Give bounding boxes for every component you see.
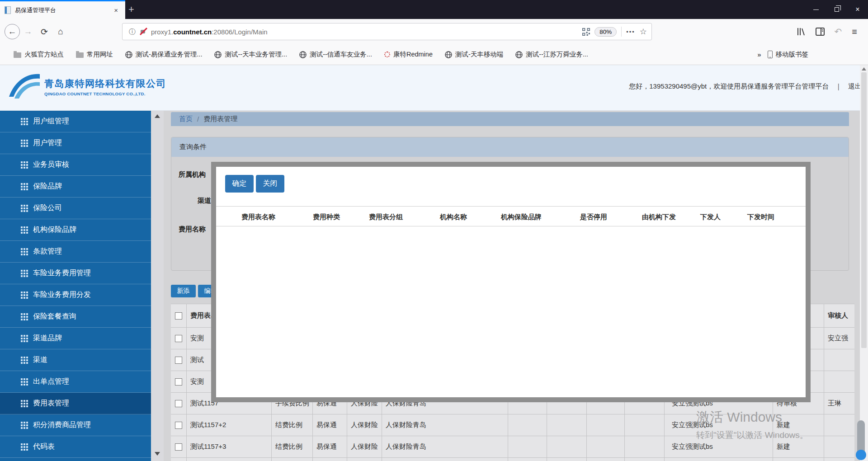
bookmark-star-icon[interactable]: ☆ xyxy=(640,27,647,37)
row-checkbox[interactable] xyxy=(175,378,182,386)
window-restore-button[interactable] xyxy=(826,0,847,19)
sidebar-item-code-table[interactable]: 代码表 xyxy=(0,436,151,458)
bookmark-label: 测试-易保通业务管理... xyxy=(136,50,202,59)
dialog-col-issuer: 下发人 xyxy=(700,207,721,227)
confirm-button[interactable]: 确定 xyxy=(225,175,254,193)
row-checkbox[interactable] xyxy=(175,443,182,451)
qr-code-icon[interactable] xyxy=(582,28,590,36)
mobile-bookmarks[interactable]: 移动版书签 xyxy=(768,50,809,59)
sidebar-item-insurance-brand[interactable]: 保险品牌 xyxy=(0,176,151,198)
page-scrollbar[interactable] xyxy=(860,65,868,461)
forward-icon[interactable]: → xyxy=(20,24,36,40)
grid-icon xyxy=(21,270,28,277)
url-text[interactable]: proxy1.countnet.cn:20806/Login/Main xyxy=(151,28,582,36)
bookmark-item[interactable]: 测试-易保通业务管理... xyxy=(125,50,202,59)
bookmark-label: 测试-天丰移动端 xyxy=(455,50,503,59)
company-name-en: QINGDAO COUNTNET TECHNOLOGY CO.,LTD. xyxy=(44,91,166,96)
row-checkbox[interactable] xyxy=(175,335,182,342)
url-bar[interactable]: ⓘ proxy1.countnet.cn:20806/Login/Main 80… xyxy=(122,23,652,40)
zoom-level-button[interactable]: 80% xyxy=(594,27,617,37)
grid-icon xyxy=(21,335,28,342)
grid-icon xyxy=(21,400,28,407)
dialog-col-org: 机构名称 xyxy=(440,207,467,227)
select-all-checkbox[interactable] xyxy=(175,312,182,320)
scroll-down-icon[interactable] xyxy=(155,452,160,456)
dialog-table-header: 费用表名称 费用种类 费用表分组 机构名称 机构保险品牌 是否停用 由机构下发 … xyxy=(216,206,806,226)
reload-icon[interactable]: ⟳ xyxy=(36,24,52,40)
bookmark-folder[interactable]: 火狐官方站点 xyxy=(14,50,64,59)
home-icon[interactable]: ⌂ xyxy=(52,24,69,40)
folder-icon xyxy=(76,52,84,58)
window-close-button[interactable]: × xyxy=(847,0,868,19)
site-info-icon[interactable]: ⓘ xyxy=(129,28,136,36)
tab-close-icon[interactable]: × xyxy=(111,5,121,15)
bookmark-item[interactable]: 测试--江苏万舜业务... xyxy=(515,50,588,59)
query-panel-title: 查询条件 xyxy=(171,137,849,157)
tab-title: 易保通管理平台 xyxy=(15,6,111,14)
dialog-col-fee-type: 费用种类 xyxy=(313,207,340,227)
sidebar-item-users[interactable]: 用户管理 xyxy=(0,132,151,154)
sidebar-item-channel[interactable]: 渠道 xyxy=(0,349,151,371)
menu-icon[interactable]: ≡ xyxy=(852,27,857,37)
touch-scroll-indicator[interactable] xyxy=(857,420,865,457)
row-checkbox[interactable] xyxy=(175,357,182,364)
grid-icon xyxy=(21,183,28,190)
add-button[interactable]: 新添 xyxy=(171,285,196,297)
bookmarks-bar: 火狐官方站点 常用网址 测试-易保通业务管理... 测试--天丰业务管理... … xyxy=(0,44,868,65)
dialog-col-by-org: 由机构下发 xyxy=(642,207,676,227)
dispatch-dialog: 确定 关闭 费用表名称 费用种类 费用表分组 机构名称 机构保险品牌 是否停用 … xyxy=(211,162,811,402)
grid-icon xyxy=(21,422,28,429)
window-minimize-button[interactable] xyxy=(806,0,826,19)
grid-icon xyxy=(21,205,28,212)
library-icon[interactable] xyxy=(797,28,806,36)
dialog-col-org-brand: 机构保险品牌 xyxy=(501,207,542,227)
bookmark-item[interactable]: 测试--信通车友业务... xyxy=(299,50,372,59)
sidebar-item-agent-audit[interactable]: 业务员审核 xyxy=(0,154,151,176)
browser-toolbar: ← → ⟳ ⌂ ⓘ proxy1.countnet.cn:20806/Login… xyxy=(0,19,868,44)
folder-icon xyxy=(14,52,21,58)
sidebar-item-auto-fee-dispatch[interactable]: 车险业务费用分发 xyxy=(0,284,151,306)
windows-activation-watermark: 激活 Windows 转到"设置"以激活 Windows。 xyxy=(696,408,808,441)
sidebar-item-channel-brand[interactable]: 渠道品牌 xyxy=(0,328,151,349)
grid-icon xyxy=(21,313,28,320)
greeting-divider: ｜ xyxy=(835,82,842,91)
bookmark-label: 测试--天丰业务管理... xyxy=(225,50,287,59)
grid-icon xyxy=(21,443,28,451)
bookmark-item-redmine[interactable]: 康特Redmine xyxy=(384,50,433,59)
header-checkbox-cell xyxy=(171,304,187,327)
sidebar-item-org-insurance-brand[interactable]: 机构保险品牌 xyxy=(0,219,151,241)
bookmark-item[interactable]: 测试-天丰移动端 xyxy=(445,50,503,59)
breadcrumb: 首页 / 费用表管理 xyxy=(171,112,849,126)
bookmark-item[interactable]: 测试--天丰业务管理... xyxy=(214,50,287,59)
window-controls: × xyxy=(806,0,868,19)
undo-icon[interactable]: ↶ xyxy=(835,26,842,37)
sidebars-icon[interactable] xyxy=(816,28,825,36)
sidebar-menu: 用户组管理 用户管理 业务员审核 保险品牌 保险公司 机构保险品牌 条款管理 车… xyxy=(0,111,151,461)
sidebar-item-insurance-company[interactable]: 保险公司 xyxy=(0,198,151,219)
row-checkbox[interactable] xyxy=(175,422,182,429)
bookmarks-overflow-icon[interactable]: » xyxy=(757,51,761,58)
back-icon[interactable]: ← xyxy=(5,24,20,39)
scroll-up-icon[interactable] xyxy=(155,114,160,118)
globe-icon xyxy=(299,51,307,58)
new-tab-button[interactable]: + xyxy=(128,3,134,16)
scroll-up-icon[interactable] xyxy=(862,67,866,71)
sidebar-item-user-groups[interactable]: 用户组管理 xyxy=(0,111,151,132)
sidebar-item-clauses[interactable]: 条款管理 xyxy=(0,241,151,263)
close-button[interactable]: 关闭 xyxy=(256,175,284,193)
bookmark-folder[interactable]: 常用网址 xyxy=(76,50,113,59)
breadcrumb-home-link[interactable]: 首页 xyxy=(179,115,193,123)
bookmark-label: 常用网址 xyxy=(87,50,113,59)
sidebar-item-points-goods[interactable]: 积分消费商品管理 xyxy=(0,414,151,436)
sidebar-item-issue-point[interactable]: 出单点管理 xyxy=(0,371,151,393)
row-checkbox[interactable] xyxy=(175,400,182,407)
sidebar-scrollbar[interactable] xyxy=(151,111,164,461)
browser-tab[interactable]: 易保通管理平台 × xyxy=(0,0,125,19)
label-org: 所属机构 xyxy=(179,170,206,179)
sidebar-item-package-query[interactable]: 保险套餐查询 xyxy=(0,306,151,328)
sidebar-item-auto-fee-mgmt[interactable]: 车险业务费用管理 xyxy=(0,263,151,284)
scrollbar-thumb[interactable] xyxy=(861,72,867,348)
page-actions-icon[interactable]: ••• xyxy=(626,28,635,35)
sidebar-item-fee-table[interactable]: 费用表管理 xyxy=(0,393,151,414)
plugin-blocked-icon[interactable] xyxy=(139,28,146,35)
